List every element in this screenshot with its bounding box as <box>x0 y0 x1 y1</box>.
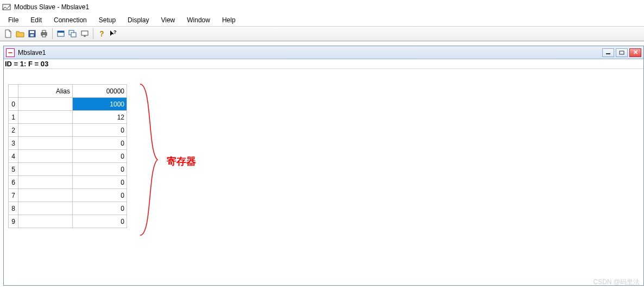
window-icon[interactable] <box>55 28 67 40</box>
svg-rect-15 <box>620 51 624 54</box>
menu-file[interactable]: File <box>2 15 24 25</box>
value-cell[interactable]: 0 <box>73 137 127 150</box>
alias-cell[interactable] <box>18 163 73 176</box>
windows-icon[interactable] <box>67 28 79 40</box>
row-index-cell[interactable]: 2 <box>9 124 18 137</box>
value-cell[interactable]: 1000 <box>73 98 127 111</box>
row-index-cell[interactable]: 8 <box>9 202 18 215</box>
open-file-icon[interactable] <box>14 28 26 40</box>
svg-rect-8 <box>58 31 64 33</box>
app-titlebar: Modbus Slave - Mbslave1 <box>0 0 644 14</box>
menu-setup[interactable]: Setup <box>93 15 122 25</box>
value-cell[interactable]: 0 <box>73 189 127 202</box>
svg-rect-0 <box>3 4 10 10</box>
maximize-button[interactable] <box>616 48 628 57</box>
register-grid[interactable]: Alias 00000 010001122030405060708090 <box>8 84 127 228</box>
value-cell[interactable]: 0 <box>73 163 127 176</box>
status-text: ID = 1: F = 03 <box>4 59 643 69</box>
grid-corner-cell[interactable] <box>9 85 18 98</box>
watermark: CSDN @码里法 <box>593 278 640 287</box>
grid-header-alias[interactable]: Alias <box>18 85 73 98</box>
grid-header-row: Alias 00000 <box>9 85 127 98</box>
alias-cell[interactable] <box>18 124 73 137</box>
grid-header-value[interactable]: 00000 <box>73 85 127 98</box>
alias-cell[interactable] <box>18 98 73 111</box>
svg-rect-5 <box>42 30 46 33</box>
svg-text:?: ? <box>99 29 104 38</box>
menu-help[interactable]: Help <box>216 15 242 25</box>
table-row[interactable]: 20 <box>9 124 127 137</box>
value-cell[interactable]: 0 <box>73 215 127 228</box>
table-row[interactable]: 30 <box>9 137 127 150</box>
monitor-icon[interactable] <box>79 28 91 40</box>
save-icon[interactable] <box>26 28 38 40</box>
minimize-button[interactable] <box>602 48 614 57</box>
row-index-cell[interactable]: 9 <box>9 215 18 228</box>
print-icon[interactable] <box>38 28 50 40</box>
child-window: ••• Mbslave1 ✕ ID = 1: F = 03 Alias 0000… <box>3 46 644 286</box>
table-row[interactable]: 01000 <box>9 98 127 111</box>
alias-cell[interactable] <box>18 176 73 189</box>
menu-connection[interactable]: Connection <box>48 15 93 25</box>
table-row[interactable]: 60 <box>9 176 127 189</box>
value-cell[interactable]: 0 <box>73 202 127 215</box>
table-row[interactable]: 50 <box>9 163 127 176</box>
row-index-cell[interactable]: 3 <box>9 137 18 150</box>
help-icon[interactable]: ? <box>96 28 108 40</box>
row-index-cell[interactable]: 7 <box>9 189 18 202</box>
table-row[interactable]: 112 <box>9 111 127 124</box>
menu-display[interactable]: Display <box>122 15 155 25</box>
alias-cell[interactable] <box>18 215 73 228</box>
table-row[interactable]: 40 <box>9 150 127 163</box>
menubar: File Edit Connection Setup Display View … <box>0 14 644 26</box>
svg-text:?: ? <box>113 29 117 35</box>
toolbar: ? ? <box>0 26 644 41</box>
row-index-cell[interactable]: 1 <box>9 111 18 124</box>
app-icon <box>2 3 11 11</box>
row-index-cell[interactable]: 0 <box>9 98 18 111</box>
new-file-icon[interactable] <box>2 28 14 40</box>
mdi-area: ••• Mbslave1 ✕ ID = 1: F = 03 Alias 0000… <box>0 41 644 289</box>
value-cell[interactable]: 0 <box>73 124 127 137</box>
toolbar-separator <box>93 28 93 39</box>
table-row[interactable]: 90 <box>9 215 127 228</box>
row-index-cell[interactable]: 5 <box>9 163 18 176</box>
value-cell[interactable]: 12 <box>73 111 127 124</box>
alias-cell[interactable] <box>18 150 73 163</box>
svg-rect-2 <box>30 31 34 33</box>
child-titlebar[interactable]: ••• Mbslave1 ✕ <box>4 46 643 59</box>
menu-edit[interactable]: Edit <box>24 15 48 25</box>
table-row[interactable]: 80 <box>9 202 127 215</box>
svg-rect-6 <box>42 35 46 37</box>
alias-cell[interactable] <box>18 189 73 202</box>
row-index-cell[interactable]: 4 <box>9 150 18 163</box>
alias-cell[interactable] <box>18 111 73 124</box>
row-index-cell[interactable]: 6 <box>9 176 18 189</box>
svg-rect-3 <box>30 34 34 36</box>
value-cell[interactable]: 0 <box>73 176 127 189</box>
svg-rect-10 <box>71 33 76 37</box>
window-controls: ✕ <box>602 48 641 57</box>
register-grid-wrap: Alias 00000 010001122030405060708090 <box>4 69 643 228</box>
document-icon: ••• <box>6 48 15 57</box>
svg-rect-11 <box>81 31 88 35</box>
toolbar-separator <box>52 28 53 39</box>
annotation-label: 寄存器 <box>167 155 196 168</box>
alias-cell[interactable] <box>18 202 73 215</box>
menu-view[interactable]: View <box>155 15 181 25</box>
child-body: ID = 1: F = 03 Alias 00000 0100011220304… <box>4 59 643 228</box>
alias-cell[interactable] <box>18 137 73 150</box>
value-cell[interactable]: 0 <box>73 150 127 163</box>
close-button[interactable]: ✕ <box>629 48 641 57</box>
whats-this-icon[interactable]: ? <box>108 28 119 40</box>
app-title: Modbus Slave - Mbslave1 <box>14 3 89 11</box>
menu-window[interactable]: Window <box>181 15 216 25</box>
table-row[interactable]: 70 <box>9 189 127 202</box>
child-title: Mbslave1 <box>18 49 602 56</box>
